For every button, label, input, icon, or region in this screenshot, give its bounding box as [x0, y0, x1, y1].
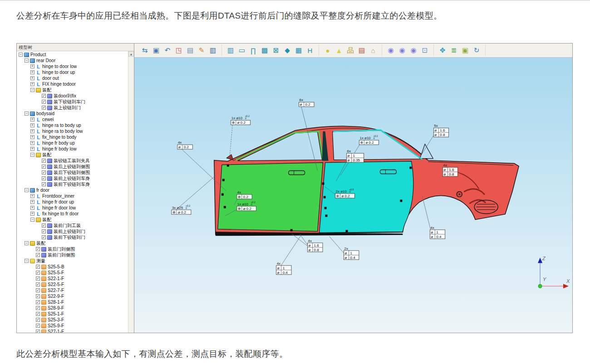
checkbox-checked[interactable]: ✓ — [42, 223, 46, 228]
sync-icon[interactable]: ⇆ — [140, 45, 150, 55]
scroll-up-icon[interactable]: ▲ — [128, 51, 134, 57]
tree-item[interactable]: ✓S22-7-F — [18, 287, 128, 293]
checkbox-checked[interactable]: ✓ — [42, 100, 46, 104]
checkbox-checked[interactable]: ✓ — [36, 277, 40, 281]
tree-item[interactable]: ✓装后上铰链到侧围 — [18, 164, 128, 170]
nav-up-icon[interactable]: ◉ — [397, 45, 407, 55]
book-icon[interactable]: ▤ — [357, 45, 367, 55]
hbeam-icon[interactable]: H — [305, 45, 315, 55]
cone-icon[interactable]: ▲ — [334, 45, 344, 55]
tree-item[interactable]: ✓S25-9-F — [18, 323, 128, 329]
tree-item[interactable]: −测量 — [18, 258, 128, 264]
tree-item[interactable]: −装配 — [18, 240, 128, 246]
sphere-icon[interactable]: ● — [323, 45, 333, 55]
tree-item[interactable]: ✓装上铰链到门 — [18, 105, 128, 111]
collapse-icon[interactable]: − — [25, 259, 29, 263]
tree-item[interactable]: ✓S25-1-F — [18, 311, 128, 317]
tree-item[interactable]: +LFIX hinge todoor — [18, 81, 128, 87]
expand-icon[interactable]: + — [30, 117, 34, 121]
window-icon[interactable]: ▭ — [237, 45, 247, 55]
tree-item[interactable]: +Lhinge fr door up — [18, 199, 128, 205]
checkbox-checked[interactable]: ✓ — [36, 265, 40, 269]
expand-icon[interactable]: + — [30, 147, 34, 151]
tree-item[interactable]: +Lhinge fr door low — [18, 205, 128, 211]
tree-item[interactable]: ✓S25-5-B — [18, 264, 128, 270]
tree-item[interactable]: −装配 — [18, 87, 128, 93]
doc-icon[interactable]: ▤ — [185, 45, 195, 55]
checkbox-checked[interactable]: ✓ — [36, 253, 40, 257]
image-icon[interactable]: ▣ — [460, 45, 470, 55]
tree-item[interactable]: ✓S28-1-F — [18, 299, 128, 305]
tree-item[interactable]: +Lhinge ra to body up — [18, 122, 128, 128]
tree-item[interactable]: +Lhinge to door low — [18, 63, 128, 69]
assembly-icon[interactable]: 品 — [345, 45, 355, 55]
tree-item[interactable]: −bodysaid — [18, 111, 128, 116]
expand-icon[interactable]: + — [30, 129, 34, 133]
checkbox-checked[interactable]: ✓ — [42, 159, 46, 163]
layers-icon[interactable]: ≣ — [449, 45, 459, 55]
tree-item[interactable]: ✓装前门到工装 — [18, 223, 128, 228]
checkbox-checked[interactable]: ✓ — [36, 288, 40, 292]
expand-icon[interactable]: + — [30, 212, 34, 216]
expand-icon[interactable]: + — [30, 206, 34, 210]
checkbox-checked[interactable]: ✓ — [42, 165, 46, 169]
window-split-icon[interactable]: ▥ — [226, 45, 236, 55]
tree-item[interactable]: ✓S22-1-F — [18, 276, 128, 281]
rotate-icon[interactable]: ↻ — [472, 45, 482, 55]
tree-item[interactable]: ✓S27-1-F — [18, 329, 128, 333]
section-icon[interactable]: ∏ — [248, 45, 258, 55]
tree-item[interactable]: −rear Door — [18, 58, 128, 63]
expand-icon[interactable]: + — [30, 194, 34, 198]
checkbox-checked[interactable]: ✓ — [36, 318, 40, 322]
nav-back-icon[interactable]: ◉ — [386, 45, 396, 55]
checkbox-checked[interactable]: ✓ — [42, 106, 46, 110]
checkbox-checked[interactable]: ✓ — [36, 306, 40, 310]
tree-item[interactable]: +Lhinge to door up — [18, 69, 128, 75]
checkbox-checked[interactable]: ✓ — [36, 330, 40, 333]
tree-item[interactable]: −装配 — [18, 217, 128, 223]
tree-item[interactable]: ✓装door到fix — [18, 93, 128, 99]
tree-item[interactable]: ✓装前下铰链到车身 — [18, 181, 128, 187]
tree-item[interactable]: ✓装前门到侧围 — [18, 252, 128, 258]
nav-forward-icon[interactable]: ◉ — [408, 45, 418, 55]
tree-item[interactable]: ✓S22-9-F — [18, 293, 128, 299]
tree-item[interactable]: ✓S22-5-F — [18, 281, 128, 287]
checkbox-checked[interactable]: ✓ — [36, 294, 40, 298]
collapse-icon[interactable]: − — [25, 112, 29, 116]
viewport-canvas[interactable]: 4x⌀0.21x ⌀10+0.20⊕⌀ 0.26x⌀0.21x ⌀10+0.20… — [134, 58, 572, 333]
tree-item[interactable]: ✓S25-5-F — [18, 270, 128, 276]
front-door[interactable] — [218, 163, 323, 232]
mesh-icon[interactable]: ▩ — [260, 45, 270, 55]
checkbox-checked[interactable]: ✓ — [42, 94, 46, 98]
tree-item[interactable]: −fr door — [18, 187, 128, 193]
tree-item[interactable]: ✓装下铰链到车门 — [18, 99, 128, 105]
tree-item[interactable]: ✓装前下铰链到门 — [18, 234, 128, 240]
collapse-icon[interactable]: − — [25, 188, 29, 192]
save-icon[interactable]: ▣ — [151, 45, 161, 55]
checkbox-checked[interactable]: ✓ — [36, 247, 40, 251]
collapse-icon[interactable]: − — [25, 58, 29, 63]
move-icon[interactable]: ✥ — [438, 45, 447, 55]
checkbox-checked[interactable]: ✓ — [36, 324, 40, 328]
tree-scrollbar[interactable]: ▲ — [128, 51, 134, 333]
new-doc-icon[interactable]: ◳ — [174, 45, 184, 55]
collapse-icon[interactable]: − — [30, 153, 34, 157]
undo-icon[interactable]: ↶ — [162, 45, 172, 55]
expand-icon[interactable]: + — [30, 141, 34, 145]
tree-item[interactable]: +Lhinge ra to body low — [18, 128, 128, 134]
display-icon[interactable]: ⊡ — [420, 45, 430, 55]
tree-item[interactable]: +Ldoor out — [18, 75, 128, 81]
collapse-icon[interactable]: − — [25, 241, 29, 245]
collapse-icon[interactable]: − — [19, 53, 23, 57]
tree-item[interactable]: ✓装前上铰链到车身 — [18, 175, 128, 181]
expand-icon[interactable]: + — [30, 70, 34, 74]
tree-item[interactable]: +LFrontdoor_inner — [18, 193, 128, 199]
tree-item[interactable]: ✓装前上铰链到门 — [18, 228, 128, 234]
3d-viewport[interactable]: 4x⌀0.21x ⌀10+0.20⊕⌀ 0.26x⌀0.21x ⌀10+0.20… — [134, 58, 572, 333]
collapse-icon[interactable]: − — [30, 88, 34, 92]
checkbox-checked[interactable]: ✓ — [42, 182, 46, 186]
expand-icon[interactable]: + — [30, 200, 34, 204]
rear-door[interactable] — [320, 161, 413, 233]
tree-item[interactable]: +Lcewei — [18, 116, 128, 122]
checkbox-checked[interactable]: ✓ — [42, 170, 46, 175]
